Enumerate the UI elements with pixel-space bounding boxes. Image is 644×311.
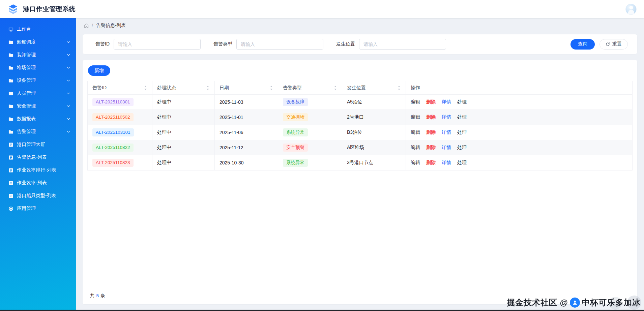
- delete-link[interactable]: 删除: [426, 129, 436, 135]
- total-suffix: 条: [100, 293, 105, 298]
- sidebar-item-label: 作业效率-列表: [17, 180, 47, 186]
- sidebar-item-label: 告警管理: [17, 129, 36, 135]
- alarm-id-badge: ALT-2025103101: [92, 128, 134, 137]
- column-header[interactable]: 发生位置: [342, 81, 406, 95]
- chevron-down-icon: [66, 53, 70, 57]
- location-cell: A5泊位: [342, 95, 406, 110]
- column-header[interactable]: 告警ID: [88, 81, 152, 95]
- home-icon[interactable]: [84, 23, 89, 28]
- doc-icon: [8, 180, 13, 186]
- chevron-down-icon: [66, 130, 70, 134]
- delete-link[interactable]: 删除: [426, 114, 436, 120]
- sort-icon[interactable]: [206, 85, 210, 91]
- filter-card: 告警ID告警类型发生位置 查询 重置: [83, 34, 637, 54]
- sort-icon[interactable]: [269, 85, 273, 91]
- app-title: 港口作业管理系统: [23, 5, 76, 13]
- sidebar-item[interactable]: 堆场管理: [0, 61, 76, 74]
- breadcrumb-separator: /: [92, 23, 93, 28]
- sidebar-item[interactable]: 工作台: [0, 23, 76, 36]
- alarm-id-badge: ALT-2025110822: [92, 144, 134, 152]
- edit-link[interactable]: 编辑: [411, 114, 420, 120]
- column-header[interactable]: 日期: [215, 81, 278, 95]
- delete-link[interactable]: 删除: [426, 145, 436, 150]
- sidebar-item-label: 告警信息-列表: [17, 154, 47, 160]
- filter-label: 告警类型: [213, 41, 232, 47]
- sidebar-item-label: 设备管理: [17, 77, 36, 84]
- table-toolbar: 新增: [87, 65, 633, 76]
- sidebar-item[interactable]: 告警管理: [0, 125, 76, 138]
- breadcrumb-current: 告警信息-列表: [96, 23, 126, 29]
- handle-link[interactable]: 处理: [457, 160, 467, 165]
- actions-cell: 编辑删除详情处理: [406, 110, 633, 125]
- reset-button[interactable]: 重置: [599, 39, 628, 50]
- filter-field: 告警ID: [95, 39, 201, 50]
- table-row: ALT-2025110822处理中2025-11-12安全预警A区堆场编辑删除详…: [88, 140, 633, 155]
- edit-link[interactable]: 编辑: [411, 129, 420, 135]
- location-cell: B3泊位: [342, 125, 406, 140]
- search-button[interactable]: 查询: [570, 39, 595, 50]
- sidebar-item[interactable]: 应用管理: [0, 202, 76, 215]
- edit-link[interactable]: 编辑: [411, 145, 420, 150]
- status-cell: 处理中: [152, 125, 215, 140]
- sidebar-item-label: 船舶调度: [17, 39, 36, 45]
- refresh-icon: [606, 42, 610, 46]
- sidebar-item-label: 作业效率排行-列表: [17, 167, 56, 173]
- user-avatar[interactable]: [625, 4, 637, 15]
- sidebar-item[interactable]: 告警信息-列表: [0, 151, 76, 164]
- actions-cell: 编辑删除详情处理: [406, 140, 633, 155]
- desktop-icon: [8, 27, 13, 32]
- add-button[interactable]: 新增: [88, 65, 110, 76]
- folder-icon: [8, 39, 13, 45]
- alarm-id-badge: ALT-2025110823: [92, 159, 134, 167]
- detail-link[interactable]: 详情: [442, 129, 451, 135]
- main-content: / 告警信息-列表 告警ID告警类型发生位置 查询 重置 新增: [76, 18, 644, 311]
- sidebar-item[interactable]: 港口管理大屏: [0, 138, 76, 151]
- sort-icon[interactable]: [397, 85, 401, 91]
- app-logo-icon: [7, 3, 20, 15]
- edit-link[interactable]: 编辑: [411, 160, 420, 165]
- sidebar-item[interactable]: 安全管理: [0, 100, 76, 113]
- sort-icon[interactable]: [144, 85, 147, 91]
- sidebar-item[interactable]: 作业效率排行-列表: [0, 164, 76, 177]
- sidebar-item[interactable]: 数据报表: [0, 113, 76, 125]
- detail-link[interactable]: 详情: [442, 99, 451, 104]
- edit-link[interactable]: 编辑: [411, 99, 420, 104]
- handle-link[interactable]: 处理: [457, 99, 467, 104]
- sidebar-item[interactable]: 船舶调度: [0, 36, 76, 49]
- sidebar-item[interactable]: 作业效率-列表: [0, 177, 76, 189]
- sidebar-item[interactable]: 人员管理: [0, 87, 76, 100]
- delete-link[interactable]: 删除: [426, 99, 436, 104]
- delete-link[interactable]: 删除: [426, 160, 436, 165]
- chevron-down-icon: [66, 79, 70, 83]
- table-row: ALT-2025110502处理中2025-11-01交通拥堵2号港口编辑删除详…: [88, 110, 633, 125]
- folder-icon: [8, 78, 13, 83]
- handle-link[interactable]: 处理: [457, 114, 467, 120]
- table-row: ALT-2025110823处理中2025-10-30系统异常3号港口节点编辑删…: [88, 155, 633, 170]
- handle-link[interactable]: 处理: [457, 145, 467, 150]
- alarm-type-badge: 安全预警: [283, 144, 308, 152]
- folder-icon: [8, 129, 13, 134]
- sidebar-item[interactable]: 设备管理: [0, 74, 76, 87]
- sidebar-item[interactable]: 装卸管理: [0, 49, 76, 61]
- date-cell: 2025-11-06: [215, 125, 278, 140]
- column-header[interactable]: 告警类型: [278, 81, 342, 95]
- column-header: 操作: [406, 81, 633, 95]
- detail-link[interactable]: 详情: [442, 160, 451, 165]
- filter-label: 发生位置: [336, 41, 355, 47]
- column-header-label: 日期: [219, 85, 229, 91]
- alarm-id-badge: ALT-2025110502: [92, 113, 134, 122]
- location-cell: A区堆场: [342, 140, 406, 155]
- location-input[interactable]: [359, 39, 446, 50]
- detail-link[interactable]: 详情: [442, 145, 451, 150]
- detail-link[interactable]: 详情: [442, 114, 451, 120]
- column-header[interactable]: 处理状态: [152, 81, 215, 95]
- alarm-type-input[interactable]: [236, 39, 323, 50]
- sort-icon[interactable]: [333, 85, 337, 91]
- sidebar-item[interactable]: 港口船只类型-列表: [0, 189, 76, 202]
- date-cell: 2025-11-03: [215, 95, 278, 110]
- alarm-id-input[interactable]: [114, 39, 201, 50]
- handle-link[interactable]: 处理: [457, 129, 467, 135]
- chevron-down-icon: [66, 117, 70, 121]
- folder-icon: [8, 103, 13, 109]
- folder-icon: [8, 52, 13, 58]
